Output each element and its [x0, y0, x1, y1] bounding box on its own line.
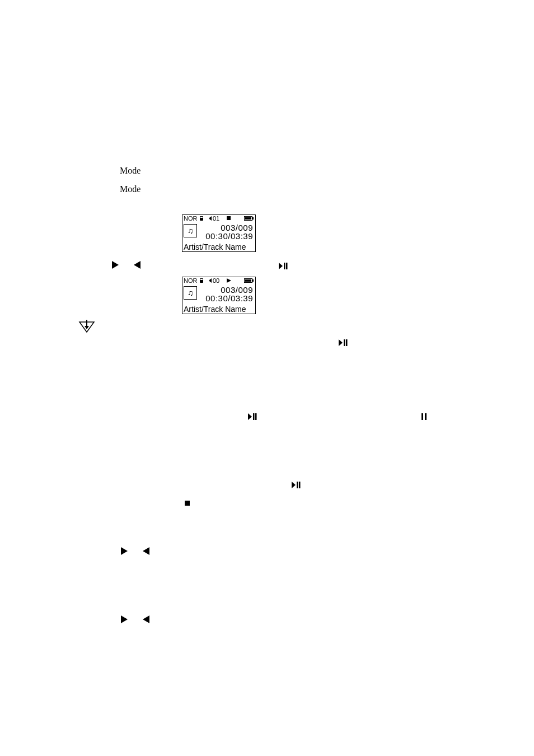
lcd2-time: 00:30/03:39 [205, 294, 253, 302]
svg-rect-26 [253, 413, 255, 420]
svg-marker-22 [339, 339, 343, 346]
caution-icon [78, 320, 95, 335]
lcd1-track: 003/009 [221, 223, 253, 232]
svg-rect-29 [425, 413, 427, 420]
svg-rect-17 [245, 279, 251, 282]
play-left-icon [134, 261, 142, 271]
mode-label-2: Mode [120, 184, 140, 194]
lcd1-music-icon: ♫ [184, 224, 197, 237]
svg-marker-15 [227, 278, 231, 283]
play-right-icon [121, 547, 129, 557]
svg-rect-24 [346, 339, 348, 346]
lcd1-nor: NOR [184, 216, 197, 222]
svg-marker-30 [292, 482, 296, 488]
svg-rect-18 [252, 279, 254, 282]
lcd2-card-icon [199, 278, 206, 284]
svg-rect-10 [284, 263, 285, 269]
lcd2-battery-icon [244, 278, 254, 284]
play-pause-icon [339, 338, 348, 348]
lcd2-name: Artist/Track Name [184, 305, 246, 313]
svg-rect-11 [286, 263, 288, 269]
lcd-screen-1: NOR 01 ♫ 003/009 00:30/03:39 Artist/Trac… [182, 214, 256, 252]
svg-rect-3 [227, 216, 231, 220]
svg-marker-25 [248, 413, 252, 420]
svg-rect-28 [421, 413, 423, 420]
svg-marker-14 [209, 278, 212, 283]
svg-marker-36 [121, 615, 128, 623]
lcd2-music-icon: ♫ [184, 286, 197, 300]
svg-rect-31 [297, 482, 298, 488]
play-pause-icon [279, 262, 288, 272]
lcd1-volume-value: 01 [213, 215, 219, 222]
lcd2-volume: 00 [208, 278, 219, 284]
svg-rect-32 [299, 482, 301, 488]
svg-rect-13 [200, 279, 203, 280]
play-right-icon [112, 261, 120, 271]
lcd1-name: Artist/Track Name [184, 243, 246, 251]
svg-marker-35 [143, 547, 149, 555]
lcd1-battery-icon [244, 216, 254, 222]
mode-label-1: Mode [120, 166, 140, 176]
svg-rect-1 [200, 217, 203, 218]
svg-marker-9 [279, 263, 283, 269]
svg-rect-6 [252, 217, 254, 220]
play-right-icon [121, 615, 129, 626]
svg-marker-7 [112, 261, 119, 269]
lcd1-volume: 01 [208, 216, 219, 222]
play-pause-icon [248, 412, 257, 422]
svg-rect-27 [255, 413, 257, 420]
lcd1-stop-icon [226, 216, 232, 222]
play-left-icon [143, 615, 151, 626]
svg-marker-2 [209, 216, 212, 221]
svg-marker-34 [121, 547, 128, 555]
lcd2-nor: NOR [184, 278, 197, 284]
svg-marker-21 [85, 326, 89, 329]
stop-icon [185, 498, 190, 508]
svg-marker-37 [143, 615, 149, 623]
lcd2-volume-value: 00 [213, 277, 219, 284]
play-pause-icon [292, 480, 301, 491]
svg-rect-33 [185, 501, 190, 506]
lcd-screen-2: NOR 00 ♫ 003/009 00:30/03:39 Artist/Trac… [182, 277, 256, 314]
lcd2-play-icon [226, 278, 232, 284]
svg-rect-23 [344, 339, 345, 346]
lcd1-time: 00:30/03:39 [205, 232, 253, 240]
pause-icon [421, 412, 427, 422]
svg-marker-8 [134, 261, 140, 269]
play-left-icon [143, 547, 151, 557]
lcd2-track: 003/009 [221, 286, 253, 294]
lcd1-card-icon [199, 216, 206, 222]
svg-rect-5 [245, 217, 251, 220]
